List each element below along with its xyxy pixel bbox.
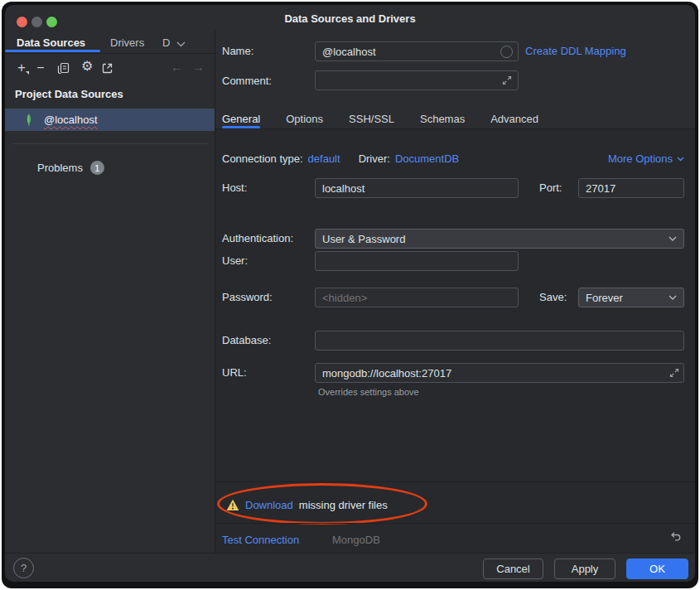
tab-schemas[interactable]: Schemas <box>420 113 465 125</box>
create-ddl-mapping-link[interactable]: Create DDL Mapping <box>525 45 626 57</box>
tab-ssh-ssl[interactable]: SSH/SSL <box>349 113 394 125</box>
screenshot: Data Sources and Drivers Data Sources Dr… <box>0 0 700 590</box>
url-hint: Overrides settings above <box>318 387 419 397</box>
authentication-label: Authentication: <box>222 232 293 244</box>
driver-value-link[interactable]: DocumentDB <box>395 152 459 165</box>
tab-advanced[interactable]: Advanced <box>490 113 538 125</box>
add-icon[interactable]: + <box>14 60 29 76</box>
more-options-label: More Options <box>608 152 673 165</box>
driver-label: Driver: <box>359 152 390 165</box>
comment-input[interactable] <box>315 70 519 90</box>
connection-type-label: Connection type: <box>222 152 303 165</box>
port-label: Port: <box>539 181 562 194</box>
tab-general[interactable]: General <box>222 113 260 125</box>
problems-count-badge: 1 <box>90 161 104 175</box>
test-connection-link[interactable]: Test Connection <box>222 534 299 546</box>
chevron-down-icon[interactable] <box>176 41 186 47</box>
sidebar-separator <box>12 143 208 144</box>
host-label: Host: <box>222 181 247 194</box>
settings-gear-icon[interactable]: ⚙ <box>81 58 93 74</box>
tab-options[interactable]: Options <box>286 113 323 125</box>
connection-type-value-link[interactable]: default <box>308 152 340 165</box>
help-button[interactable]: ? <box>13 558 34 578</box>
forward-arrow-icon[interactable]: → <box>192 60 205 74</box>
missing-driver-message: missing driver files <box>299 499 388 511</box>
dialog-window: Data Sources and Drivers Data Sources Dr… <box>5 5 695 582</box>
ok-button[interactable]: OK <box>626 559 688 579</box>
user-input[interactable] <box>315 251 519 271</box>
database-label: Database: <box>222 334 271 346</box>
warning-triangle-icon <box>226 499 239 511</box>
remove-icon[interactable]: − <box>34 60 47 76</box>
tab-drivers[interactable]: Drivers <box>110 36 144 49</box>
data-source-item-localhost[interactable]: @localhost <box>5 109 215 131</box>
back-arrow-icon[interactable]: ← <box>171 60 183 74</box>
password-input[interactable] <box>315 288 519 307</box>
database-input[interactable] <box>315 331 684 351</box>
save-value: Forever <box>586 292 623 304</box>
revert-icon[interactable] <box>669 530 683 544</box>
expand-editor-icon[interactable] <box>669 368 679 378</box>
user-label: User: <box>222 254 248 267</box>
url-label: URL: <box>222 366 247 379</box>
name-status-circle-icon <box>500 46 513 58</box>
password-label: Password: <box>222 291 273 303</box>
save-label: Save: <box>539 291 567 303</box>
authentication-select[interactable]: User & Password <box>315 229 684 249</box>
comment-label: Comment: <box>222 75 272 87</box>
host-input[interactable] <box>315 178 519 198</box>
save-select[interactable]: Forever <box>578 288 684 307</box>
problems-label: Problems <box>37 162 83 174</box>
apply-button[interactable]: Apply <box>554 559 616 579</box>
chevron-down-icon <box>677 157 684 162</box>
url-input[interactable] <box>315 363 684 383</box>
name-input[interactable] <box>315 41 519 61</box>
more-options-link[interactable]: More Options <box>608 152 684 165</box>
data-source-item-label: @localhost <box>44 114 98 126</box>
port-input[interactable] <box>578 178 684 198</box>
active-tab-indicator <box>5 50 100 52</box>
sidebar-section-header: Project Data Sources <box>15 88 123 100</box>
cancel-button[interactable]: Cancel <box>483 559 543 579</box>
chevron-down-icon <box>669 295 677 300</box>
download-driver-link[interactable]: Download <box>245 499 293 511</box>
tab-data-sources[interactable]: Data Sources <box>17 36 85 49</box>
duplicate-icon[interactable] <box>57 62 70 75</box>
expand-editor-icon[interactable] <box>502 75 512 85</box>
chevron-down-icon <box>669 236 677 241</box>
sidebar-item-problems[interactable]: Problems 1 <box>37 161 104 175</box>
authentication-value: User & Password <box>322 233 405 245</box>
driver-name-text: MongoDB <box>332 534 380 546</box>
dialog-title: Data Sources and Drivers <box>5 12 695 25</box>
mongodb-leaf-icon <box>24 114 34 127</box>
open-in-new-icon[interactable] <box>101 62 113 75</box>
tab-overflow[interactable]: D <box>162 36 170 49</box>
name-label: Name: <box>222 45 253 57</box>
